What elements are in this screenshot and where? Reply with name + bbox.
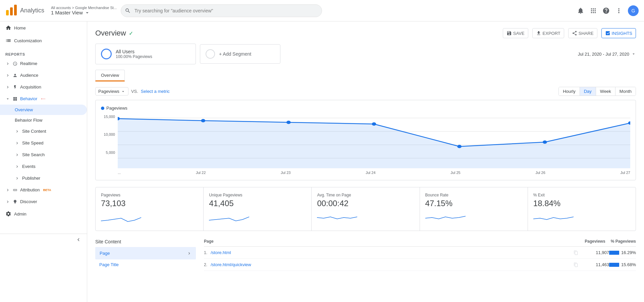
help-icon[interactable]	[602, 7, 610, 14]
sidebar-item-label: Audience	[20, 73, 38, 78]
x-label-jul26: Jul 26	[535, 171, 545, 175]
date-range-text: Jul 21, 2020 - Jul 27, 2020	[578, 52, 629, 57]
attribution-icon	[13, 188, 17, 192]
insights-button[interactable]: INSIGHTS	[601, 28, 636, 38]
date-range[interactable]: Jul 21, 2020 - Jul 27, 2020	[578, 52, 636, 57]
site-content-page-label: Page	[100, 251, 110, 256]
expand-arrow-icon	[15, 141, 19, 145]
sidebar-item-audience[interactable]: Audience	[0, 69, 87, 81]
segment-add[interactable]: + Add Segment	[200, 44, 280, 64]
save-label: SAVE	[513, 31, 525, 36]
insights-label: INSIGHTS	[612, 31, 632, 36]
analytics-logo-icon[interactable]	[5, 4, 17, 16]
col-metrics: Pageviews % Pageviews	[585, 239, 636, 244]
sidebar-item-customization[interactable]: Customization	[0, 34, 87, 47]
sidebar-item-label: Home	[14, 25, 26, 31]
sidebar-sub-item-overview[interactable]: Overview	[0, 105, 87, 115]
export-button[interactable]: EXPORT	[532, 28, 564, 38]
sidebar-sub-item-behavior-flow[interactable]: Behavior Flow	[0, 115, 87, 125]
sparkline-bounce	[425, 211, 466, 224]
share-button[interactable]: SHARE	[568, 28, 597, 38]
svg-point-14	[543, 140, 547, 144]
select-metric-link[interactable]: Select a metric	[141, 89, 170, 94]
page-num: 1.	[204, 250, 211, 255]
sparkline-time	[317, 211, 357, 224]
customization-icon	[5, 38, 11, 44]
segment-text: All Users 100.00% Pageviews	[116, 49, 152, 59]
sidebar-sub-expandable-events[interactable]: Events	[0, 161, 87, 172]
expand-arrow-icon	[15, 176, 19, 181]
apps-grid-icon[interactable]	[590, 7, 597, 14]
time-btn-day[interactable]: Day	[580, 87, 596, 96]
stat-value: 41,405	[209, 199, 306, 208]
page-url-link[interactable]: /store.html	[211, 250, 570, 255]
copy-icon[interactable]	[574, 262, 578, 267]
beta-badge: BETA	[43, 188, 51, 192]
overview-tab[interactable]: Overview	[95, 70, 125, 81]
sidebar-sub-expandable-site-content[interactable]: Site Content	[0, 125, 87, 137]
logo-text: Analytics	[20, 7, 44, 14]
expand-arrow-icon	[5, 61, 10, 66]
metric-select[interactable]: Pageviews	[95, 87, 128, 96]
sidebar-item-behavior[interactable]: Behavior	[0, 93, 87, 105]
stat-value: 47.15%	[425, 199, 522, 208]
area-chart-svg	[118, 115, 630, 168]
sidebar-item-acquisition[interactable]: Acquisition	[0, 81, 87, 93]
chart-legend: Pageviews	[101, 106, 630, 111]
more-vert-icon[interactable]	[615, 7, 623, 14]
time-btn-hourly[interactable]: Hourly	[559, 87, 580, 96]
breadcrumb: All accounts > Google Merchandise St...	[51, 6, 117, 10]
sidebar-item-label: Attribution	[20, 187, 40, 192]
stat-label: % Exit	[533, 193, 630, 197]
view-selector[interactable]: 1 Master View	[51, 10, 117, 16]
sidebar-item-label: Discover	[20, 199, 37, 204]
sidebar-sub-item-label: Site Content	[22, 129, 46, 134]
time-btn-month[interactable]: Month	[615, 87, 636, 96]
sidebar-sub-expandable-publisher[interactable]: Publisher	[0, 172, 87, 184]
page-pct-value: 16.29%	[609, 250, 636, 255]
sparkline-pageviews	[101, 211, 141, 224]
site-content-page-item[interactable]: Page	[95, 247, 196, 259]
sidebar-sub-expandable-site-speed[interactable]: Site Speed	[0, 137, 87, 149]
x-label-start: ...	[118, 171, 121, 175]
expand-arrow-icon	[15, 164, 19, 169]
red-arrow-icon	[41, 97, 46, 101]
sidebar-sub-expandable-site-search[interactable]: Site Search	[0, 149, 87, 161]
pct-text: 15.68%	[621, 262, 636, 267]
expand-arrow-icon	[15, 153, 19, 157]
lightbulb-icon	[13, 199, 17, 204]
page-url-link[interactable]: /store.html/quickview	[211, 262, 570, 267]
sidebar: Home Customization REPORTS Realtime Audi…	[0, 21, 87, 302]
notifications-icon[interactable]	[577, 7, 584, 14]
x-label-jul23: Jul 23	[281, 171, 290, 175]
sidebar-item-discover[interactable]: Discover	[0, 196, 87, 207]
save-button[interactable]: SAVE	[503, 28, 528, 38]
site-content-page-title-item[interactable]: Page Title	[95, 259, 196, 270]
behavior-icon	[13, 97, 17, 101]
save-icon	[506, 31, 512, 36]
sidebar-item-realtime[interactable]: Realtime	[0, 58, 87, 69]
layout: Home Customization REPORTS Realtime Audi…	[0, 21, 644, 302]
vs-label: VS.	[131, 89, 138, 94]
x-label-jul27: Jul 27	[621, 171, 630, 175]
add-segment-label: + Add Segment	[219, 51, 251, 57]
home-icon	[5, 25, 11, 31]
avatar[interactable]: G	[628, 5, 639, 16]
time-btn-week[interactable]: Week	[596, 87, 615, 96]
sidebar-item-admin[interactable]: Admin	[0, 207, 87, 220]
sidebar-item-home[interactable]: Home	[0, 21, 87, 34]
sidebar-item-label: Realtime	[20, 61, 37, 66]
page-views-value: 11,907	[582, 250, 609, 255]
search-input[interactable]	[121, 4, 322, 17]
sidebar-item-label: Acquisition	[20, 84, 41, 89]
logo-area: Analytics	[5, 4, 44, 17]
clock-icon	[13, 61, 17, 66]
sidebar-sub-item-label: Publisher	[22, 176, 40, 181]
share-icon	[572, 31, 577, 36]
stat-label: Bounce Rate	[425, 193, 522, 197]
page-title: Overview	[95, 29, 126, 38]
sidebar-collapse-button[interactable]	[0, 234, 87, 245]
segment-all-users[interactable]: All Users 100.00% Pageviews	[95, 44, 196, 64]
copy-icon[interactable]	[574, 250, 578, 255]
sidebar-item-attribution[interactable]: Attribution BETA	[0, 184, 87, 196]
